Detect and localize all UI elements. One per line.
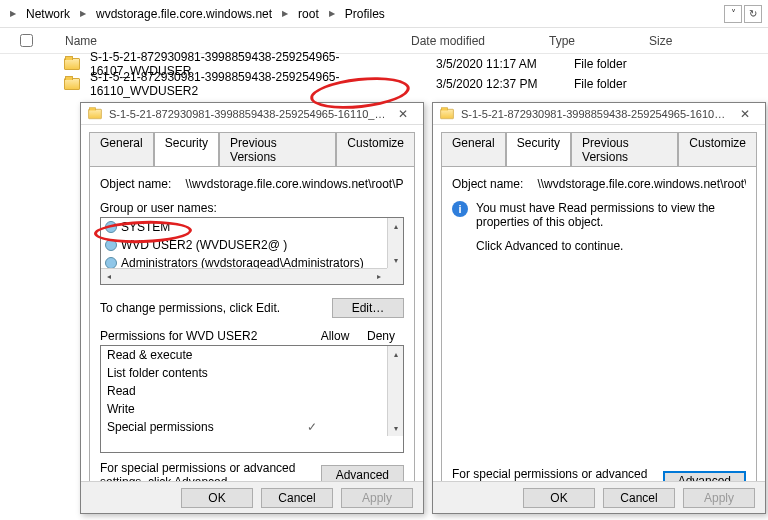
- dialog-title: S-1-5-21-872930981-3998859438-259254965-…: [109, 108, 389, 120]
- group-users-listbox[interactable]: SYSTEM WVD USER2 (WVDUSER2@ ) Administra…: [100, 217, 404, 285]
- info-message: You must have Read permissions to view t…: [476, 201, 746, 229]
- file-name: S-1-5-21-872930981-3998859438-259254965-…: [86, 70, 432, 98]
- refresh-icon[interactable]: ↻: [744, 5, 762, 23]
- file-type: File folder: [570, 77, 670, 91]
- info-icon: i: [452, 201, 468, 217]
- tab-customize[interactable]: Customize: [336, 132, 415, 167]
- tab-previous-versions[interactable]: Previous Versions: [571, 132, 678, 167]
- dialog-button-bar: OK Cancel Apply: [81, 481, 423, 513]
- object-name-value: \\wvdstorage.file.core.windows.net\root\…: [185, 177, 404, 191]
- file-date: 3/5/2020 12:37 PM: [432, 77, 570, 91]
- tab-panel-security: Object name: \\wvdstorage.file.core.wind…: [441, 166, 757, 506]
- dialog-button-bar: OK Cancel Apply: [433, 481, 765, 513]
- select-all-checkbox[interactable]: [20, 34, 33, 47]
- file-date: 3/5/2020 11:17 AM: [432, 57, 570, 71]
- ok-button[interactable]: OK: [523, 488, 595, 508]
- file-list: S-1-5-21-872930981-3998859438-259254965-…: [0, 54, 768, 94]
- perm-row[interactable]: Write: [101, 400, 387, 418]
- list-item-label: WVD USER2 (WVDUSER2@ ): [121, 238, 287, 252]
- chevron-right-icon: ▶: [10, 9, 16, 18]
- breadcrumb-seg[interactable]: Network: [22, 5, 74, 23]
- object-name-label: Object name:: [452, 177, 523, 191]
- perm-row[interactable]: Read & execute: [101, 346, 387, 364]
- user-icon: [105, 257, 117, 268]
- tab-panel-security: Object name: \\wvdstorage.file.core.wind…: [89, 166, 415, 506]
- list-item-label: Administrators (wvdstoragead\Administrat…: [121, 256, 364, 268]
- list-item[interactable]: SYSTEM: [101, 218, 387, 236]
- vertical-scrollbar[interactable]: ▴▾: [387, 346, 403, 436]
- tab-security[interactable]: Security: [154, 132, 219, 167]
- tab-customize[interactable]: Customize: [678, 132, 757, 167]
- edit-button[interactable]: Edit…: [332, 298, 404, 318]
- info-message-2: Click Advanced to continue.: [476, 239, 746, 253]
- object-name-label: Object name:: [100, 177, 171, 191]
- tab-security[interactable]: Security: [506, 132, 571, 167]
- cancel-button[interactable]: Cancel: [603, 488, 675, 508]
- breadcrumb-seg[interactable]: Profiles: [341, 5, 389, 23]
- address-bar[interactable]: ▶ Network ▶ wvdstorage.file.core.windows…: [0, 0, 768, 28]
- close-icon[interactable]: ✕: [389, 107, 417, 121]
- ok-button[interactable]: OK: [181, 488, 253, 508]
- allow-header: Allow: [312, 329, 358, 343]
- properties-dialog-user1: S-1-5-21-872930981-3998859438-259254965-…: [432, 102, 766, 514]
- user-icon: [105, 221, 117, 233]
- permissions-for-label: Permissions for WVD USER2: [100, 329, 312, 343]
- folder-icon: [64, 78, 80, 90]
- tab-bar: General Security Previous Versions Custo…: [433, 125, 765, 166]
- folder-icon: [88, 108, 102, 118]
- chevron-right-icon: ▶: [329, 9, 335, 18]
- file-row[interactable]: S-1-5-21-872930981-3998859438-259254965-…: [64, 74, 768, 94]
- col-size[interactable]: Size: [645, 34, 705, 48]
- dialog-titlebar[interactable]: S-1-5-21-872930981-3998859438-259254965-…: [433, 103, 765, 125]
- edit-hint: To change permissions, click Edit.: [100, 301, 332, 315]
- tab-general[interactable]: General: [89, 132, 154, 167]
- folder-icon: [64, 58, 80, 70]
- breadcrumb-seg[interactable]: root: [294, 5, 323, 23]
- breadcrumb-seg[interactable]: wvdstorage.file.core.windows.net: [92, 5, 276, 23]
- dialog-titlebar[interactable]: S-1-5-21-872930981-3998859438-259254965-…: [81, 103, 423, 125]
- close-icon[interactable]: ✕: [731, 107, 759, 121]
- checkmark-icon: ✓: [289, 420, 335, 434]
- col-date[interactable]: Date modified: [407, 34, 545, 48]
- cancel-button[interactable]: Cancel: [261, 488, 333, 508]
- list-item[interactable]: WVD USER2 (WVDUSER2@ ): [101, 236, 387, 254]
- apply-button[interactable]: Apply: [341, 488, 413, 508]
- object-name-value: \\wvdstorage.file.core.windows.net\root\…: [537, 177, 746, 191]
- tab-bar: General Security Previous Versions Custo…: [81, 125, 423, 166]
- group-users-label: Group or user names:: [100, 201, 404, 215]
- tab-previous-versions[interactable]: Previous Versions: [219, 132, 336, 167]
- file-type: File folder: [570, 57, 670, 71]
- history-dropdown-icon[interactable]: ˅: [724, 5, 742, 23]
- perm-row[interactable]: Read: [101, 382, 387, 400]
- properties-dialog-user2: S-1-5-21-872930981-3998859438-259254965-…: [80, 102, 424, 514]
- chevron-right-icon: ▶: [282, 9, 288, 18]
- list-item[interactable]: Administrators (wvdstoragead\Administrat…: [101, 254, 387, 268]
- chevron-right-icon: ▶: [80, 9, 86, 18]
- vertical-scrollbar[interactable]: ▴▾: [387, 218, 403, 268]
- permissions-listbox[interactable]: Read & execute List folder contents Read…: [100, 345, 404, 453]
- col-type[interactable]: Type: [545, 34, 645, 48]
- tab-general[interactable]: General: [441, 132, 506, 167]
- deny-header: Deny: [358, 329, 404, 343]
- horizontal-scrollbar[interactable]: ◂▸: [101, 268, 387, 284]
- user-icon: [105, 239, 117, 251]
- apply-button[interactable]: Apply: [683, 488, 755, 508]
- folder-icon: [440, 108, 454, 118]
- perm-row[interactable]: Special permissions✓: [101, 418, 387, 436]
- dialog-title: S-1-5-21-872930981-3998859438-259254965-…: [461, 108, 731, 120]
- col-name[interactable]: Name: [61, 34, 407, 48]
- perm-row[interactable]: List folder contents: [101, 364, 387, 382]
- list-item-label: SYSTEM: [121, 220, 170, 234]
